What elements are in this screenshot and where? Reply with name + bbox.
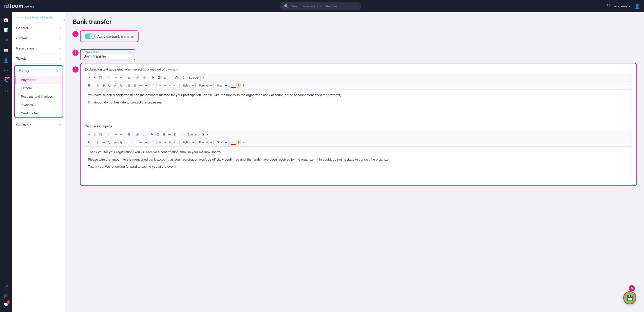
fontcolor-button2[interactable]: A (231, 140, 236, 145)
search-box[interactable]: 🔍 (280, 2, 361, 10)
superscript-button2[interactable]: x2 (112, 140, 118, 145)
copy-button2[interactable]: ⎘ (92, 132, 97, 137)
bgcolor-button[interactable]: A (236, 83, 241, 88)
indent-button[interactable]: ⇥ (144, 83, 149, 88)
source-button2[interactable]: Source (186, 132, 198, 137)
format-select2[interactable]: Format (196, 140, 214, 145)
styles-select[interactable]: Styles (179, 83, 196, 88)
format-select[interactable]: Format (196, 83, 214, 88)
unlink-button2[interactable]: ↙ (141, 132, 146, 137)
cut-button2[interactable]: ✂ (87, 132, 92, 137)
indent-button2[interactable]: ⇥ (144, 140, 149, 145)
back-to-events[interactable]: ← ← Back to list of events (12, 12, 65, 23)
rail-settings-icon[interactable]: ⚙ (2, 86, 11, 95)
source-button[interactable]: Source (188, 76, 199, 80)
rail-email-icon[interactable]: ✉ (2, 36, 11, 45)
link-button2[interactable]: 🔗 (135, 132, 141, 137)
sidebar-item-payments[interactable]: Payments (15, 76, 63, 84)
braces-button[interactable]: {} (201, 132, 205, 137)
save-button[interactable]: 💾 (623, 291, 636, 304)
flag-button2[interactable]: ⚑ (149, 132, 155, 137)
paste-plain-button2[interactable]: 📄 (104, 132, 110, 137)
paste-special-button[interactable]: ⊞ (127, 75, 132, 80)
removeformat-button[interactable]: Tx (118, 83, 124, 88)
sidebar-item-creditnotes[interactable]: Credit notes (15, 109, 63, 117)
bgcolor-button2[interactable]: A (236, 140, 241, 145)
link-button[interactable]: 🔗 (135, 75, 141, 80)
fontcolor-button[interactable]: A (231, 83, 236, 88)
search-input[interactable] (291, 4, 357, 8)
size-select[interactable]: Size (214, 83, 228, 88)
underline-button2[interactable]: U (96, 140, 101, 145)
rail-newfeature-icon[interactable]: 🔧 NEW (2, 76, 11, 85)
sidebar-collapse-button[interactable]: ‹ (62, 18, 67, 22)
sidebar-general-header[interactable]: General ▾ (12, 23, 65, 33)
unlink-button[interactable]: 🔗 (141, 75, 148, 80)
sidebar-item-taxvat[interactable]: Tax/VAT (15, 84, 63, 92)
ol-button[interactable]: ☰ (126, 83, 132, 88)
blockquote-button2[interactable]: " (151, 140, 155, 145)
sidebar-content-header[interactable]: Content ▾ (12, 33, 65, 43)
blockquote-button[interactable]: " (151, 83, 155, 88)
italic-button2[interactable]: I (92, 140, 96, 145)
editor1-content[interactable]: You have selected bank transfer as the p… (85, 90, 632, 120)
subscript-button2[interactable]: x2 (106, 140, 112, 145)
more-button2[interactable]: ▪ (206, 132, 209, 137)
subscript-button[interactable]: x2 (106, 83, 112, 88)
styles-select2[interactable]: Styles (179, 140, 196, 145)
ul-button2[interactable]: ☰ (132, 140, 138, 145)
more-button[interactable]: ▪ (202, 75, 205, 80)
redo-button2[interactable]: ↪ (119, 132, 124, 137)
outdent-button2[interactable]: ⇤ (138, 140, 143, 145)
flag-button[interactable]: ⚑ (150, 75, 156, 80)
justify-button[interactable]: ≡ (172, 83, 177, 88)
rail-envelope-icon[interactable]: ✉ (2, 282, 11, 291)
ol-button2[interactable]: ☰ (126, 140, 132, 145)
sidebar-item-invoices[interactable]: Invoices (15, 101, 63, 109)
outdent-button[interactable]: ⇤ (138, 83, 143, 88)
sidebar-tickets-header[interactable]: Tickets ▾ (12, 54, 65, 63)
paste-special-button2[interactable]: ⊞ (127, 132, 132, 137)
paste-button[interactable]: 📋 (97, 75, 104, 80)
sidebar-item-receipts[interactable]: Receipts and invoices (15, 92, 63, 101)
redo-button[interactable]: ↪ (119, 75, 124, 80)
bold-button[interactable]: B (87, 83, 92, 88)
removeformat-button2[interactable]: Tx (118, 140, 124, 145)
display-name-input[interactable] (84, 54, 132, 59)
align-center-button[interactable]: ≡ (163, 83, 167, 88)
underline-button[interactable]: U (96, 83, 101, 88)
sidebar-geeks-header[interactable]: Geeks </> ▾ (12, 120, 65, 130)
image-button2[interactable]: 🖼 (155, 132, 161, 137)
align-center-button2[interactable]: ≡ (163, 140, 167, 145)
table-button2[interactable]: ⊞ (161, 132, 166, 137)
rail-chart-icon[interactable]: 📊 (2, 25, 11, 34)
help-button2[interactable]: ? (241, 140, 246, 145)
strikethrough-button[interactable]: S (101, 83, 106, 88)
copy-button[interactable]: ⎘ (92, 75, 97, 80)
rail-calendar-icon[interactable]: 📅 (2, 15, 11, 24)
rail-graduation-icon[interactable]: 🎓 (2, 291, 11, 300)
grid-icon[interactable]: ⠿ (607, 3, 610, 9)
bold-button2[interactable]: B (87, 140, 92, 145)
justify-button2[interactable]: ≡ (172, 140, 177, 145)
undo-button[interactable]: ↩ (113, 75, 118, 80)
paste-button2[interactable]: 📋 (97, 132, 104, 137)
strikethrough-button2[interactable]: S (101, 140, 106, 145)
sidebar-registration-header[interactable]: Registration ▾ (12, 43, 65, 53)
account-menu[interactable]: academy ▾ (614, 4, 630, 8)
special-char-button[interactable]: Ω (174, 75, 179, 80)
editor2-content[interactable]: Thank you for your registration! You wil… (85, 147, 632, 177)
cut-button[interactable]: ✂ (87, 75, 92, 80)
ul-button[interactable]: ☰ (132, 83, 138, 88)
table-button[interactable]: ⊞ (162, 75, 167, 80)
hr-button[interactable]: — (168, 75, 174, 80)
align-left-button[interactable]: ≡ (158, 83, 162, 88)
align-right-button[interactable]: ≡ (167, 83, 172, 88)
rail-users-icon[interactable]: 👤 (2, 56, 11, 65)
user-icon[interactable]: 👤 (634, 3, 640, 9)
sidebar-money-header[interactable]: Money ▴ (15, 66, 63, 76)
special-char-button2[interactable]: Ω (173, 132, 178, 137)
fullscreen-button2[interactable]: ⛶ (178, 132, 184, 137)
align-left-button2[interactable]: ≡ (158, 140, 162, 145)
paste-plain-button[interactable]: 📄 (104, 75, 110, 80)
